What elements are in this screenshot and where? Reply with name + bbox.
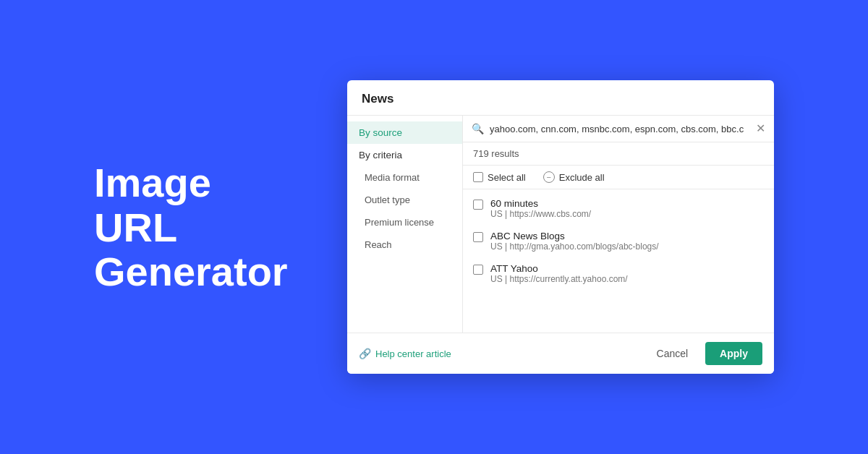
sidebar-item-media-format[interactable]: Media format (347, 166, 462, 189)
dialog-body: By source By criteria Media format Outle… (347, 116, 774, 333)
source-checkbox-60-minutes[interactable] (473, 200, 483, 210)
cancel-button[interactable]: Cancel (648, 342, 697, 365)
help-link-label: Help center article (375, 348, 451, 359)
hero-text: Image URL Generator (94, 160, 288, 294)
dialog-header: News (347, 80, 774, 116)
exclude-all-label: Exclude all (559, 172, 605, 183)
sidebar-item-reach[interactable]: Reach (347, 234, 462, 256)
source-item-att-yahoo[interactable]: ATT Yahoo US | https://currently.att.yah… (463, 257, 774, 290)
select-all-checkbox[interactable] (473, 172, 483, 182)
search-value: yahoo.com, cnn.com, msnbc.com, espn.com,… (490, 124, 750, 134)
apply-button[interactable]: Apply (705, 342, 762, 365)
sidebar-item-by-criteria[interactable]: By criteria (347, 144, 462, 166)
results-count: 719 results (463, 142, 774, 166)
select-all-label: Select all (488, 172, 526, 183)
sidebar-item-premium-license[interactable]: Premium license (347, 211, 462, 234)
exclude-all-icon: − (543, 171, 555, 183)
source-checkbox-att-yahoo[interactable] (473, 265, 483, 275)
select-actions: Select all − Exclude all (463, 166, 774, 189)
source-name-att-yahoo: ATT Yahoo (490, 263, 628, 274)
hero-line1: Image (94, 160, 288, 205)
source-url-abc-news: US | http://gma.yahoo.com/blogs/abc-blog… (490, 241, 659, 252)
hero-line2: URL (94, 205, 288, 249)
help-center-link[interactable]: 🔗 Help center article (359, 348, 451, 359)
source-name-60-minutes: 60 minutes (490, 198, 591, 209)
dialog-footer: 🔗 Help center article Cancel Apply (347, 333, 774, 374)
select-all-button[interactable]: Select all (473, 172, 526, 183)
source-checkbox-abc-news[interactable] (473, 232, 483, 242)
dialog-wrapper: News By source By criteria Media format … (347, 80, 774, 374)
source-name-abc-news: ABC News Blogs (490, 231, 659, 241)
news-dialog: News By source By criteria Media format … (347, 80, 774, 374)
source-item-abc-news[interactable]: ABC News Blogs US | http://gma.yahoo.com… (463, 225, 774, 257)
search-bar: 🔍 yahoo.com, cnn.com, msnbc.com, espn.co… (463, 116, 774, 142)
right-panel: 🔍 yahoo.com, cnn.com, msnbc.com, espn.co… (463, 116, 774, 333)
left-panel: By source By criteria Media format Outle… (347, 116, 463, 333)
clear-search-button[interactable]: ✕ (756, 123, 765, 134)
sidebar-item-outlet-type[interactable]: Outlet type (347, 189, 462, 211)
search-icon: 🔍 (472, 123, 484, 134)
exclude-all-button[interactable]: − Exclude all (543, 171, 605, 183)
source-url-att-yahoo: US | https://currently.att.yahoo.com/ (490, 274, 628, 284)
dialog-title: News (362, 92, 393, 106)
sources-list: 60 minutes US | https://www.cbs.com/ ABC… (463, 189, 774, 333)
sidebar-item-by-source[interactable]: By source (347, 121, 462, 144)
source-url-60-minutes: US | https://www.cbs.com/ (490, 209, 591, 219)
hero-line3: Generator (94, 249, 288, 294)
source-item-60-minutes[interactable]: 60 minutes US | https://www.cbs.com/ (463, 192, 774, 225)
external-link-icon: 🔗 (359, 348, 371, 359)
footer-actions: Cancel Apply (648, 342, 762, 365)
